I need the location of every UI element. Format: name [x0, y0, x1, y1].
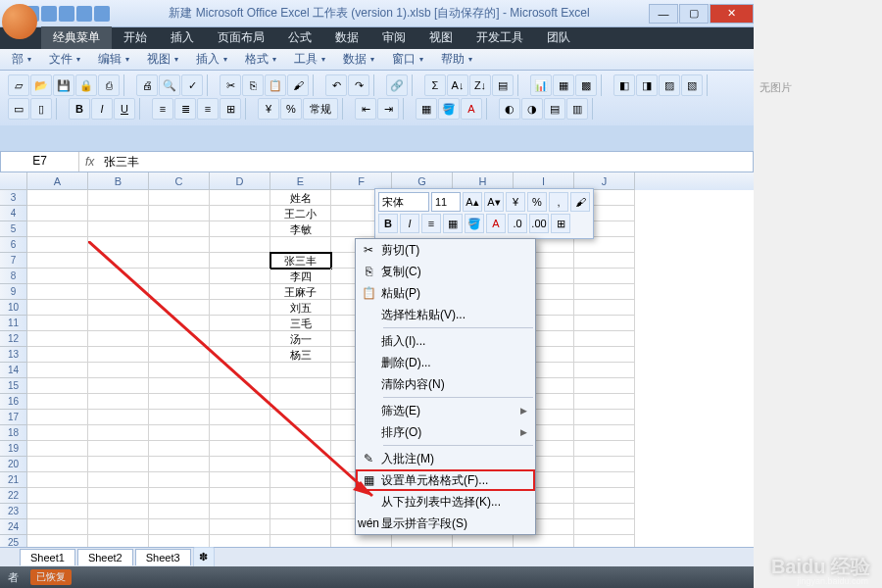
save-icon[interactable]: 💾 [53, 74, 74, 96]
cell[interactable] [574, 441, 635, 457]
new-icon[interactable]: ▱ [8, 74, 29, 96]
context-menu-item[interactable]: 清除内容(N) [356, 373, 535, 395]
undo-icon[interactable]: ↶ [325, 74, 347, 96]
context-menu-item[interactable]: 插入(I)... [356, 330, 535, 352]
cell[interactable]: 王麻子 [270, 284, 331, 300]
cell[interactable] [210, 441, 270, 457]
mini-font-select[interactable] [378, 192, 429, 212]
row-header[interactable]: 20 [0, 457, 27, 472]
row-header[interactable]: 16 [0, 394, 27, 410]
mini-border-icon[interactable]: ▦ [443, 214, 463, 233]
cell[interactable] [210, 331, 270, 347]
cell[interactable] [210, 190, 270, 206]
cell[interactable] [270, 457, 331, 472]
cell[interactable] [270, 378, 331, 394]
cell[interactable] [149, 410, 210, 425]
open-icon[interactable]: 📂 [30, 74, 52, 96]
row-header[interactable]: 6 [0, 237, 27, 253]
tab-page-layout[interactable]: 页面布局 [206, 26, 276, 49]
row-header[interactable]: 4 [0, 206, 27, 221]
print-icon[interactable]: 🖨 [136, 74, 158, 96]
cell[interactable] [210, 504, 270, 519]
mini-percent-icon[interactable]: % [527, 192, 547, 212]
cell[interactable] [149, 316, 210, 331]
cell[interactable]: 三毛 [270, 316, 331, 331]
cell[interactable] [88, 300, 149, 316]
col-header[interactable]: D [210, 172, 270, 190]
cell[interactable]: 李敏 [270, 221, 331, 237]
cell[interactable]: 汤一 [270, 331, 331, 347]
col-header[interactable]: B [88, 172, 149, 190]
context-menu-item[interactable]: ▦设置单元格格式(F)... [356, 469, 535, 491]
cell[interactable] [27, 269, 88, 284]
toolbar-icon[interactable]: ▩ [575, 74, 597, 96]
italic-button[interactable]: I [91, 98, 113, 120]
mini-fill-icon[interactable]: 🪣 [465, 214, 484, 233]
cell[interactable] [88, 347, 149, 363]
cell[interactable] [574, 472, 635, 488]
tab-review[interactable]: 审阅 [370, 26, 417, 49]
cell[interactable] [270, 488, 331, 504]
cell[interactable] [270, 410, 331, 425]
row-header[interactable]: 18 [0, 425, 27, 441]
qat-undo-icon[interactable] [41, 6, 57, 22]
cell[interactable]: 姓名 [270, 190, 331, 206]
row-header[interactable]: 21 [0, 472, 27, 488]
row-header[interactable]: 9 [0, 284, 27, 300]
sheet-tab[interactable]: Sheet1 [20, 549, 75, 565]
menu-insert[interactable]: 插入 [188, 49, 235, 70]
cell[interactable] [88, 253, 149, 269]
close-button[interactable]: ✕ [710, 4, 754, 24]
cell[interactable] [270, 504, 331, 519]
bold-button[interactable]: B [69, 98, 90, 120]
permission-icon[interactable]: 🔒 [75, 74, 97, 96]
context-menu-item[interactable]: 从下拉列表中选择(K)... [356, 491, 535, 513]
cell[interactable] [27, 253, 88, 269]
cell[interactable] [210, 284, 270, 300]
cell[interactable]: 张三丰 [270, 253, 331, 269]
cell[interactable] [270, 472, 331, 488]
mini-currency-icon[interactable]: ¥ [506, 192, 525, 212]
cell[interactable] [27, 378, 88, 394]
cell[interactable] [149, 253, 210, 269]
cell[interactable] [88, 394, 149, 410]
toolbar-icon[interactable]: ▥ [566, 98, 588, 120]
cell[interactable] [27, 504, 88, 519]
cell[interactable] [270, 425, 331, 441]
cell[interactable] [149, 347, 210, 363]
cell[interactable] [270, 441, 331, 457]
cell[interactable] [574, 457, 635, 472]
tab-insert[interactable]: 插入 [159, 26, 206, 49]
row-header[interactable]: 19 [0, 441, 27, 457]
cell[interactable] [210, 425, 270, 441]
cell[interactable] [149, 300, 210, 316]
row-header[interactable]: 3 [0, 190, 27, 206]
row-header[interactable]: 7 [0, 253, 27, 269]
cell[interactable] [88, 316, 149, 331]
cell[interactable] [27, 519, 88, 535]
status-recovered-button[interactable]: 已恢复 [30, 569, 72, 585]
toolbar-icon[interactable]: ▧ [681, 74, 703, 96]
mini-merge-icon[interactable]: ⊞ [551, 214, 570, 233]
row-header[interactable]: 10 [0, 300, 27, 316]
cell[interactable] [574, 504, 635, 519]
cell[interactable] [574, 519, 635, 535]
link-icon[interactable]: 🔗 [386, 74, 408, 96]
cell[interactable] [574, 253, 635, 269]
cell[interactable]: 李四 [270, 269, 331, 284]
row-header[interactable]: 24 [0, 519, 27, 535]
fx-icon[interactable]: fx [79, 155, 100, 169]
cell[interactable] [88, 425, 149, 441]
cell[interactable] [574, 488, 635, 504]
tab-classic-menu[interactable]: 经典菜单 [41, 26, 112, 49]
cell[interactable] [149, 457, 210, 472]
row-header[interactable]: 17 [0, 410, 27, 425]
cell[interactable] [149, 425, 210, 441]
align-right-icon[interactable]: ≡ [197, 98, 219, 120]
cell[interactable] [270, 237, 331, 253]
tab-team[interactable]: 团队 [535, 26, 582, 49]
cell[interactable] [210, 206, 270, 221]
cell[interactable] [574, 237, 635, 253]
currency-icon[interactable]: ¥ [258, 98, 279, 120]
cell[interactable] [149, 472, 210, 488]
